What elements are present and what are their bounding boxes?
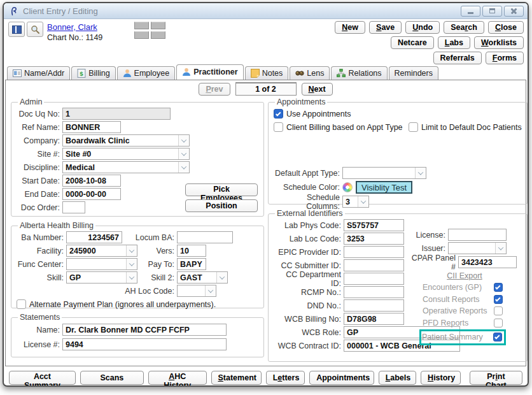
license-field[interactable] [448, 229, 507, 241]
search-button[interactable]: Search [444, 21, 484, 34]
cc-department-id-field[interactable] [344, 273, 404, 285]
client-billing-appt-type-checkbox[interactable] [274, 122, 283, 132]
client-entry-window: Client Entry / Editing Bonner, Clark Cha… [3, 2, 529, 387]
locum-ba-field[interactable] [177, 231, 233, 243]
statement-button[interactable]: Statement [211, 371, 262, 385]
start-date-field[interactable]: 2008-10-08 [62, 175, 121, 187]
position-button[interactable]: Position [185, 199, 258, 212]
minimize-icon [468, 12, 473, 14]
tab-relations[interactable]: Relations [331, 66, 387, 80]
window-title: Client Entry / Editing [23, 6, 98, 16]
tab-notes[interactable]: Notes [245, 66, 289, 80]
titlebar: Client Entry / Editing [4, 3, 528, 19]
chevron-down-icon [415, 168, 426, 178]
check-icon [495, 296, 500, 301]
tab-reminders[interactable]: Reminders [389, 66, 438, 80]
site-select[interactable]: Site #0 [62, 148, 190, 160]
goggles-icon [295, 69, 304, 78]
acct-summary-button[interactable]: Acct Summary [9, 371, 76, 385]
visibility-test-swatch[interactable]: Visiblity Test [356, 181, 412, 194]
appointments-button[interactable]: Appointments [309, 371, 374, 385]
skill2-select[interactable]: GAST [177, 271, 228, 284]
history-button[interactable]: History [421, 371, 461, 385]
forms-button[interactable]: Forms [486, 52, 524, 64]
letters-button[interactable]: Letters [266, 371, 305, 385]
cii-export-link[interactable]: CII Export [406, 271, 523, 280]
maximize-button[interactable] [482, 6, 502, 17]
statement-name-field[interactable]: Dr. Clark Bonner MD CCFP FCFP [62, 324, 227, 336]
lab-loc-code-field[interactable]: 3253 [344, 233, 404, 245]
chevron-down-icon [126, 259, 137, 269]
labels-button[interactable]: Labels [379, 371, 416, 385]
limit-default-doc-checkbox[interactable] [409, 122, 418, 132]
new-button[interactable]: New [335, 21, 365, 34]
admin-legend: Admin [18, 97, 44, 106]
issuer-select[interactable] [448, 242, 507, 254]
cc-submitter-id-field[interactable] [344, 259, 404, 271]
appointments-group: Appointments Use Appointments Client Bil… [268, 97, 528, 205]
record-count-label: 1 of 2 [235, 82, 297, 96]
consult-reports-checkbox[interactable] [494, 295, 503, 304]
save-button[interactable]: Save [369, 21, 402, 34]
ah-loc-code-select[interactable] [177, 285, 216, 297]
chevron-down-icon [178, 148, 189, 159]
cii-item-row: Consult Reports [406, 294, 523, 306]
worklists-button[interactable]: Worklists [474, 36, 524, 49]
chevron-down-icon [178, 135, 189, 146]
undo-button[interactable]: Undo [405, 21, 440, 34]
record-pager: Prev 1 of 2 Next [6, 82, 526, 96]
pay-to-field[interactable]: BAPY [177, 258, 206, 270]
doc-order-field[interactable] [62, 201, 85, 213]
chart-view-button[interactable] [8, 22, 25, 37]
dnd-no-field[interactable] [344, 299, 404, 312]
labs-button[interactable]: Labs [438, 36, 470, 49]
discipline-select[interactable]: Medical [62, 161, 190, 173]
default-appt-type-select[interactable] [342, 167, 426, 179]
epic-provider-id-field[interactable] [344, 246, 404, 258]
wcb-billing-no-field[interactable]: D78G98 [344, 313, 404, 325]
vers-field[interactable]: 10 [177, 245, 206, 257]
func-center-select[interactable] [66, 258, 137, 270]
pfd-reports-checkbox[interactable] [494, 319, 503, 327]
cpar-panel-field[interactable]: 3423423 [458, 256, 517, 268]
practitioner-tab-panel: Prev 1 of 2 Next Admin Doc Uq No: 1 Ref … [5, 80, 526, 366]
ba-number-field[interactable]: 1234567 [66, 231, 122, 243]
rcmp-no-field[interactable] [344, 286, 404, 298]
close-window-button[interactable] [504, 6, 524, 17]
operative-reports-checkbox[interactable] [494, 306, 503, 315]
minimize-button[interactable] [461, 6, 480, 17]
facility-select[interactable]: 245900 [66, 245, 137, 257]
svg-text:$: $ [80, 69, 84, 76]
skill-select[interactable]: GP [66, 271, 137, 284]
statement-license-field[interactable]: 9494 [62, 338, 227, 350]
schedule-columns-select[interactable]: 3 [342, 196, 369, 208]
scans-button[interactable]: Scans [80, 371, 144, 385]
panel-grid-icon [134, 22, 165, 39]
patient-summary-checkbox[interactable] [493, 333, 502, 341]
close-button[interactable]: Close [488, 21, 524, 34]
search-client-button[interactable] [27, 22, 43, 37]
referrals-button[interactable]: Referrals [433, 52, 482, 64]
client-name-link[interactable]: Bonner, Clark [47, 22, 97, 32]
lab-phys-code-field[interactable]: S575757 [344, 219, 404, 231]
ref-name-field[interactable]: BONNER [62, 121, 121, 133]
print-chart-button[interactable]: Print Chart [470, 371, 522, 385]
tab-employee[interactable]: Employee [117, 66, 176, 80]
ahc-history-button[interactable]: AHC History [148, 371, 207, 385]
use-appointments-checkbox[interactable] [274, 109, 283, 118]
tab-name-addr[interactable]: Name/Addr [7, 66, 70, 80]
netcare-button[interactable]: Netcare [391, 36, 434, 49]
encounters-gp-checkbox[interactable] [494, 283, 503, 292]
prev-record-button[interactable]: Prev [199, 83, 230, 96]
company-select[interactable]: Boardwalk Clinic [62, 134, 190, 147]
next-record-button[interactable]: Next [302, 83, 333, 96]
tab-billing[interactable]: $ Billing [71, 66, 115, 80]
tab-practitioner[interactable]: Practitioner [176, 64, 243, 80]
color-wheel-icon[interactable] [342, 182, 353, 192]
end-date-field[interactable]: 0000-00-00 [62, 188, 121, 200]
alternate-payment-checkbox[interactable] [17, 299, 26, 309]
chevron-down-icon [216, 272, 227, 283]
external-identifiers-group: External Identifiers Lab Phys Code: S575… [268, 209, 528, 362]
tab-lens[interactable]: Lens [290, 66, 330, 80]
pick-employees-button[interactable]: Pick Employees [185, 183, 258, 196]
